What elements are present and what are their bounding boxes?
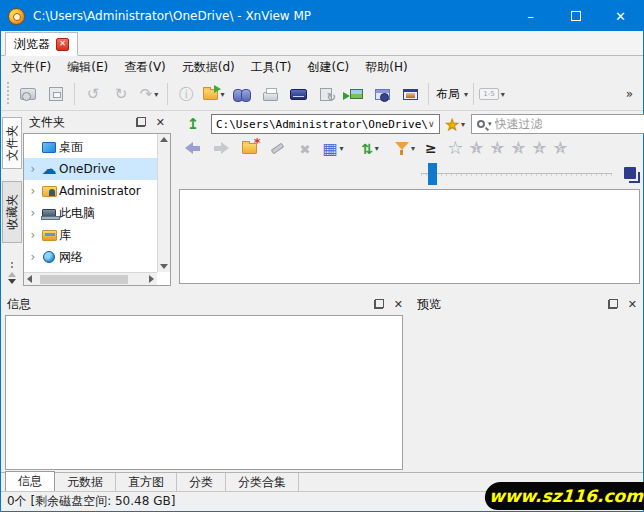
- pane-toggle-icon[interactable]: [624, 167, 636, 179]
- menu-item[interactable]: 文件(F): [3, 57, 59, 78]
- forward-button[interactable]: [208, 135, 234, 161]
- tree-item[interactable]: 网络: [24, 246, 157, 268]
- tree-item[interactable]: OneDrive: [24, 158, 157, 180]
- toolbar-overflow-button[interactable]: »: [620, 87, 639, 101]
- expander-icon[interactable]: [27, 228, 39, 242]
- close-panel-icon[interactable]: ✕: [392, 298, 405, 311]
- menu-item[interactable]: 编辑(E): [59, 57, 116, 78]
- new-folder-button[interactable]: [236, 135, 262, 161]
- expander-icon[interactable]: [27, 206, 39, 220]
- chevron-down-icon[interactable]: ∨: [428, 119, 435, 129]
- favorites-button[interactable]: ▾: [444, 115, 467, 134]
- tree-item-icon: [42, 230, 57, 241]
- scrollbar-thumb[interactable]: [40, 275, 128, 284]
- rating-star-icon[interactable]: 1: [466, 137, 487, 159]
- close-panel-icon[interactable]: ✕: [154, 116, 167, 129]
- transform-button[interactable]: ↷▾: [136, 81, 162, 107]
- quick-filter-input[interactable]: [495, 117, 644, 131]
- scroll-left-icon[interactable]: [27, 275, 32, 283]
- toolbar-grip[interactable]: [5, 82, 11, 106]
- bottom-tab[interactable]: 元数据: [55, 473, 116, 491]
- sort-button[interactable]: ▾: [357, 135, 383, 161]
- collapse-up-icon[interactable]: [8, 272, 16, 277]
- convert-button[interactable]: [313, 81, 339, 107]
- tree-item[interactable]: 桌面: [24, 136, 157, 158]
- horizontal-scrollbar[interactable]: [24, 272, 157, 285]
- collapse-down-icon[interactable]: [8, 279, 16, 284]
- rating-star-icon[interactable]: 3: [508, 137, 529, 159]
- rating-star-icon[interactable]: 2: [487, 137, 508, 159]
- scroll-up-icon[interactable]: [160, 137, 168, 142]
- search-options-arrow-icon[interactable]: ▾: [488, 120, 492, 128]
- view-image-button[interactable]: [15, 81, 41, 107]
- go-up-button[interactable]: [180, 111, 206, 137]
- menu-item[interactable]: 创建(C): [299, 57, 357, 78]
- fullscreen-button[interactable]: [43, 81, 69, 107]
- side-tab-favorites[interactable]: 收藏夹: [2, 181, 22, 243]
- float-panel-icon[interactable]: [608, 299, 618, 309]
- path-text: C:\Users\Administrator\OneDrive\: [216, 118, 428, 131]
- bottom-tab[interactable]: 直方图: [116, 473, 177, 491]
- capture-button[interactable]: [369, 81, 395, 107]
- expander-icon[interactable]: [27, 184, 39, 198]
- range-button[interactable]: 1-5▾: [479, 81, 505, 107]
- maximize-button[interactable]: [553, 1, 598, 31]
- rotate-right-button[interactable]: ↻: [108, 81, 134, 107]
- title-bar: C:\Users\Administrator\OneDrive\ - XnVie…: [1, 1, 643, 31]
- tree-item[interactable]: Administrator: [24, 180, 157, 202]
- open-folder-button[interactable]: ▾: [201, 81, 227, 107]
- tree-item[interactable]: 库: [24, 224, 157, 246]
- scroll-down-icon[interactable]: [160, 264, 168, 269]
- delete-button[interactable]: [292, 135, 318, 161]
- expander-icon[interactable]: [27, 250, 39, 264]
- close-button[interactable]: ✕: [598, 1, 643, 31]
- menu-item[interactable]: 元数据(d): [174, 57, 243, 78]
- close-panel-icon[interactable]: ✕: [626, 298, 639, 311]
- bottom-tab[interactable]: 信息: [5, 472, 55, 491]
- dropdown-arrow-icon: ▾: [461, 120, 465, 129]
- info-panel-header: 信息 ✕: [1, 293, 409, 315]
- back-button[interactable]: [180, 135, 206, 161]
- tab-close-icon[interactable]: [56, 38, 69, 51]
- rating-star-icon[interactable]: 5: [550, 137, 571, 159]
- tree-item-label: 此电脑: [59, 205, 95, 222]
- info-button[interactable]: [173, 81, 199, 107]
- view-mode-button[interactable]: ▾: [320, 135, 346, 161]
- tab-browser[interactable]: 浏览器: [5, 32, 78, 56]
- search-button[interactable]: [229, 81, 255, 107]
- bottom-tab[interactable]: 分类合集: [226, 473, 299, 491]
- expander-icon[interactable]: [27, 162, 39, 176]
- splitter-dots[interactable]: [11, 262, 13, 270]
- rating-star-icon[interactable]: [445, 137, 466, 159]
- quick-filter-box[interactable]: ▾ ...: [471, 114, 644, 134]
- scan-button[interactable]: [285, 81, 311, 107]
- thumbnail-size-track[interactable]: [421, 173, 612, 176]
- slideshow-button[interactable]: [397, 81, 423, 107]
- rating-star-icon[interactable]: 4: [529, 137, 550, 159]
- tree-item[interactable]: 此电脑: [24, 202, 157, 224]
- thumbnail-size-slider[interactable]: [428, 163, 437, 185]
- filter-button[interactable]: ▾: [392, 135, 418, 161]
- float-panel-icon[interactable]: [374, 299, 384, 309]
- bottom-tab[interactable]: 分类: [177, 473, 226, 491]
- print-button[interactable]: [257, 81, 283, 107]
- float-panel-icon[interactable]: [136, 117, 146, 127]
- horizontal-splitter[interactable]: [1, 286, 643, 293]
- address-bar: C:\Users\Administrator\OneDrive\ ∨ ▾ ▾ .…: [179, 113, 640, 135]
- scroll-right-icon[interactable]: [149, 275, 154, 283]
- menu-item[interactable]: 工具(T): [243, 57, 300, 78]
- rename-button[interactable]: [264, 135, 290, 161]
- menu-item[interactable]: 查看(V): [116, 57, 174, 78]
- path-combobox[interactable]: C:\Users\Administrator\OneDrive\ ∨: [211, 114, 440, 134]
- side-tab-folders[interactable]: 文件夹: [2, 117, 22, 169]
- minimize-button[interactable]: –: [508, 1, 553, 31]
- document-tab-bar: 浏览器: [1, 31, 643, 56]
- rating-ge-symbol[interactable]: ≥: [425, 140, 437, 156]
- menu-item[interactable]: 帮助(H): [357, 57, 415, 78]
- layout-button[interactable]: 布局▾: [434, 81, 468, 107]
- vertical-scrollbar[interactable]: [157, 134, 170, 272]
- folders-panel: 文件夹 ✕ 桌面: [23, 111, 171, 286]
- file-list-view[interactable]: [179, 189, 640, 284]
- batch-convert-button[interactable]: [341, 81, 367, 107]
- rotate-left-button[interactable]: ↺: [80, 81, 106, 107]
